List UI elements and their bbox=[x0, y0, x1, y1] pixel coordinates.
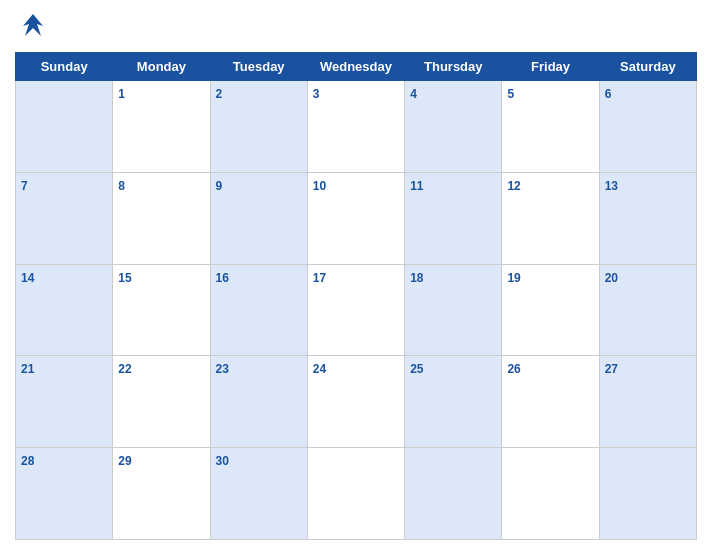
calendar-cell: 29 bbox=[113, 448, 210, 540]
calendar-week-row: 123456 bbox=[16, 81, 697, 173]
calendar-cell bbox=[502, 448, 599, 540]
day-number: 25 bbox=[410, 362, 423, 376]
day-number: 13 bbox=[605, 179, 618, 193]
calendar-cell: 3 bbox=[307, 81, 404, 173]
day-number: 28 bbox=[21, 454, 34, 468]
calendar-cell: 4 bbox=[405, 81, 502, 173]
logo-bird-icon bbox=[15, 10, 51, 46]
calendar-week-row: 78910111213 bbox=[16, 172, 697, 264]
day-number: 9 bbox=[216, 179, 223, 193]
calendar-cell: 13 bbox=[599, 172, 696, 264]
calendar-cell: 16 bbox=[210, 264, 307, 356]
day-number: 8 bbox=[118, 179, 125, 193]
calendar-cell bbox=[307, 448, 404, 540]
calendar-cell: 2 bbox=[210, 81, 307, 173]
svg-marker-0 bbox=[23, 14, 43, 36]
calendar-cell: 7 bbox=[16, 172, 113, 264]
day-number: 29 bbox=[118, 454, 131, 468]
day-number: 12 bbox=[507, 179, 520, 193]
calendar-week-row: 14151617181920 bbox=[16, 264, 697, 356]
calendar-cell: 22 bbox=[113, 356, 210, 448]
calendar-table: SundayMondayTuesdayWednesdayThursdayFrid… bbox=[15, 52, 697, 540]
calendar-cell: 8 bbox=[113, 172, 210, 264]
day-number: 23 bbox=[216, 362, 229, 376]
calendar-cell: 20 bbox=[599, 264, 696, 356]
day-number: 16 bbox=[216, 271, 229, 285]
weekday-header-thursday: Thursday bbox=[405, 53, 502, 81]
calendar-cell bbox=[16, 81, 113, 173]
day-number: 11 bbox=[410, 179, 423, 193]
weekday-header-friday: Friday bbox=[502, 53, 599, 81]
calendar-cell: 15 bbox=[113, 264, 210, 356]
weekday-header-monday: Monday bbox=[113, 53, 210, 81]
day-number: 24 bbox=[313, 362, 326, 376]
calendar-cell: 25 bbox=[405, 356, 502, 448]
calendar-cell: 11 bbox=[405, 172, 502, 264]
calendar-cell: 26 bbox=[502, 356, 599, 448]
calendar-cell: 10 bbox=[307, 172, 404, 264]
calendar-cell: 9 bbox=[210, 172, 307, 264]
calendar-week-row: 21222324252627 bbox=[16, 356, 697, 448]
weekday-header-wednesday: Wednesday bbox=[307, 53, 404, 81]
day-number: 17 bbox=[313, 271, 326, 285]
calendar-cell bbox=[405, 448, 502, 540]
weekday-header-saturday: Saturday bbox=[599, 53, 696, 81]
weekday-header-sunday: Sunday bbox=[16, 53, 113, 81]
day-number: 5 bbox=[507, 87, 514, 101]
day-number: 21 bbox=[21, 362, 34, 376]
calendar-cell: 5 bbox=[502, 81, 599, 173]
weekday-header-tuesday: Tuesday bbox=[210, 53, 307, 81]
calendar-cell: 17 bbox=[307, 264, 404, 356]
day-number: 20 bbox=[605, 271, 618, 285]
calendar-cell: 1 bbox=[113, 81, 210, 173]
day-number: 30 bbox=[216, 454, 229, 468]
calendar-header bbox=[15, 10, 697, 46]
day-number: 15 bbox=[118, 271, 131, 285]
day-number: 27 bbox=[605, 362, 618, 376]
calendar-cell: 12 bbox=[502, 172, 599, 264]
day-number: 3 bbox=[313, 87, 320, 101]
day-number: 2 bbox=[216, 87, 223, 101]
day-number: 26 bbox=[507, 362, 520, 376]
calendar-cell: 18 bbox=[405, 264, 502, 356]
logo bbox=[15, 10, 105, 46]
calendar-cell: 19 bbox=[502, 264, 599, 356]
day-number: 19 bbox=[507, 271, 520, 285]
calendar-cell bbox=[599, 448, 696, 540]
day-number: 14 bbox=[21, 271, 34, 285]
calendar-cell: 27 bbox=[599, 356, 696, 448]
calendar-cell: 21 bbox=[16, 356, 113, 448]
calendar-cell: 30 bbox=[210, 448, 307, 540]
calendar-cell: 24 bbox=[307, 356, 404, 448]
day-number: 4 bbox=[410, 87, 417, 101]
day-number: 10 bbox=[313, 179, 326, 193]
calendar-cell: 14 bbox=[16, 264, 113, 356]
calendar-cell: 23 bbox=[210, 356, 307, 448]
day-number: 7 bbox=[21, 179, 28, 193]
calendar-cell: 28 bbox=[16, 448, 113, 540]
day-number: 18 bbox=[410, 271, 423, 285]
day-number: 22 bbox=[118, 362, 131, 376]
day-number: 6 bbox=[605, 87, 612, 101]
calendar-week-row: 282930 bbox=[16, 448, 697, 540]
day-number: 1 bbox=[118, 87, 125, 101]
weekday-header-row: SundayMondayTuesdayWednesdayThursdayFrid… bbox=[16, 53, 697, 81]
calendar-cell: 6 bbox=[599, 81, 696, 173]
